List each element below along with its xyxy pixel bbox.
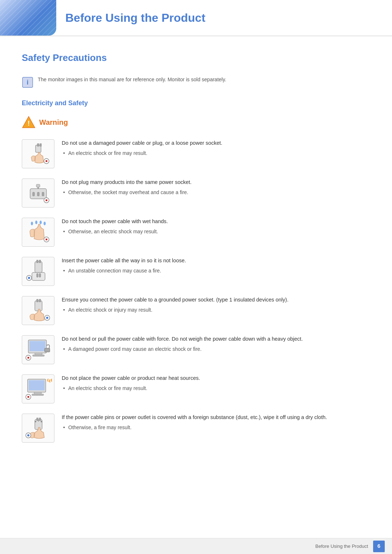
item-main-text-8: If the power cable pins or power outlet … — [62, 414, 370, 422]
svg-rect-28 — [39, 260, 41, 263]
warning-item-5: Ensure you connect the power cable to a … — [22, 296, 370, 325]
svg-text:!: ! — [28, 120, 30, 127]
warning-label: Warning — [39, 117, 68, 128]
svg-rect-49 — [34, 392, 41, 394]
svg-point-19 — [31, 222, 33, 225]
svg-rect-6 — [40, 144, 41, 146]
warning-item-2: Do not plug many products into the same … — [22, 178, 370, 208]
footer-text: Before Using the Product — [315, 543, 368, 550]
svg-point-58 — [38, 420, 39, 421]
item-content-7: Do not place the power cable or product … — [62, 374, 370, 392]
header-diagonal-pattern — [0, 0, 56, 36]
page-header: Before Using the Product — [0, 0, 392, 36]
warning-item-8: If the power cable pins or power outlet … — [22, 414, 370, 443]
svg-rect-29 — [32, 272, 45, 280]
note-text: The monitor images in this manual are fo… — [38, 76, 226, 83]
svg-point-21 — [40, 221, 42, 224]
item-content-2: Do not plug many products into the same … — [62, 178, 370, 196]
svg-point-20 — [35, 221, 37, 224]
svg-rect-31 — [39, 274, 41, 277]
item-main-text-1: Do not use a damaged power cable or plug… — [62, 139, 370, 147]
item-sub-item-4: An unstable connection may cause a fire. — [62, 267, 370, 275]
warning-item-1: Do not use a damaged power cable or plug… — [22, 139, 370, 168]
item-icon-3 — [22, 218, 54, 247]
item-main-text-2: Do not plug many products into the same … — [62, 178, 370, 186]
svg-text:i: i — [26, 79, 28, 86]
item-sub-item-8: Otherwise, a fire may result. — [62, 424, 370, 431]
item-sub-list-2: Otherwise, the socket may overheat and c… — [62, 189, 370, 196]
svg-rect-12 — [37, 192, 39, 196]
item-main-text-5: Ensure you connect the power cable to a … — [62, 296, 370, 304]
svg-point-22 — [44, 222, 46, 225]
warning-item-6: Do not bend or pull the power cable with… — [22, 335, 370, 364]
item-main-text-4: Insert the power cable all the way in so… — [62, 257, 370, 265]
item-main-text-6: Do not bend or pull the power cable with… — [62, 335, 370, 343]
svg-rect-48 — [29, 380, 45, 390]
svg-point-61 — [27, 434, 29, 436]
item-sub-list-4: An unstable connection may cause a fire. — [62, 267, 370, 275]
svg-rect-42 — [33, 355, 44, 356]
warning-badge: ! Warning — [22, 115, 370, 129]
item-icon-2 — [22, 178, 54, 208]
item-content-6: Do not bend or pull the power cable with… — [62, 335, 370, 353]
item-icon-6 — [22, 335, 54, 364]
svg-rect-26 — [35, 262, 42, 272]
svg-rect-35 — [37, 299, 38, 302]
svg-point-33 — [28, 277, 30, 279]
svg-point-59 — [41, 421, 42, 422]
svg-rect-11 — [33, 192, 34, 196]
section-title: Safety Precautions — [22, 51, 370, 67]
warning-item-3: Do not touch the power cable with wet ha… — [22, 218, 370, 247]
warning-item-4: Insert the power cable all the way in so… — [22, 257, 370, 286]
item-icon-8 — [22, 414, 54, 443]
svg-rect-30 — [37, 274, 38, 277]
svg-rect-5 — [37, 144, 39, 146]
svg-rect-27 — [37, 260, 38, 263]
header-blue-decoration — [0, 0, 56, 36]
item-content-5: Ensure you connect the power cable to a … — [62, 296, 370, 314]
note-box: i The monitor images in this manual are … — [22, 76, 370, 88]
item-content-4: Insert the power cable all the way in so… — [62, 257, 370, 275]
item-sub-list-1: An electric shock or fire may result. — [62, 149, 370, 157]
svg-rect-40 — [29, 341, 45, 351]
item-sub-item-5: An electric shock or injury may result. — [62, 306, 370, 314]
svg-rect-13 — [42, 192, 44, 196]
item-sub-item-3: Otherwise, an electric shock may result. — [62, 228, 370, 235]
item-sub-item-6: A damaged power cord may cause an electr… — [62, 345, 370, 353]
item-content-1: Do not use a damaged power cable or plug… — [62, 139, 370, 157]
svg-rect-36 — [39, 299, 41, 302]
item-content-8: If the power cable pins or power outlet … — [62, 414, 370, 431]
subsection-title: Electricity and Safety — [22, 98, 370, 108]
page-footer: Before Using the Product 6 — [0, 538, 392, 554]
item-sub-item-7: An electric shock or fire may result. — [62, 385, 370, 392]
svg-rect-43 — [45, 348, 50, 352]
svg-rect-56 — [39, 418, 41, 420]
svg-rect-41 — [35, 353, 42, 355]
warning-triangle-icon: ! — [22, 115, 36, 129]
footer-page-number: 6 — [373, 541, 385, 552]
item-sub-list-8: Otherwise, a fire may result. — [62, 424, 370, 431]
svg-point-38 — [46, 317, 48, 319]
page-title: Before Using the Product — [65, 9, 205, 26]
svg-rect-15 — [36, 184, 40, 187]
item-icon-7 — [22, 374, 54, 403]
item-icon-1 — [22, 139, 54, 168]
item-sub-list-5: An electric shock or injury may result. — [62, 306, 370, 314]
item-sub-list-6: A damaged power cord may cause an electr… — [62, 345, 370, 353]
warning-item-7: Do not place the power cable or product … — [22, 374, 370, 403]
item-main-text-3: Do not touch the power cable with wet ha… — [62, 218, 370, 226]
item-sub-item-1: An electric shock or fire may result. — [62, 149, 370, 157]
svg-point-57 — [35, 421, 36, 422]
main-content: Safety Precautions i The monitor images … — [0, 36, 392, 482]
item-content-3: Do not touch the power cable with wet ha… — [62, 218, 370, 235]
item-main-text-7: Do not place the power cable or product … — [62, 374, 370, 382]
note-icon: i — [22, 77, 33, 88]
svg-rect-55 — [37, 418, 38, 420]
item-icon-5 — [22, 296, 54, 325]
item-icon-4 — [22, 257, 54, 286]
item-sub-list-3: Otherwise, an electric shock may result. — [62, 228, 370, 235]
svg-rect-50 — [32, 394, 44, 395]
item-sub-item-2: Otherwise, the socket may overheat and c… — [62, 189, 370, 196]
item-sub-list-7: An electric shock or fire may result. — [62, 385, 370, 392]
